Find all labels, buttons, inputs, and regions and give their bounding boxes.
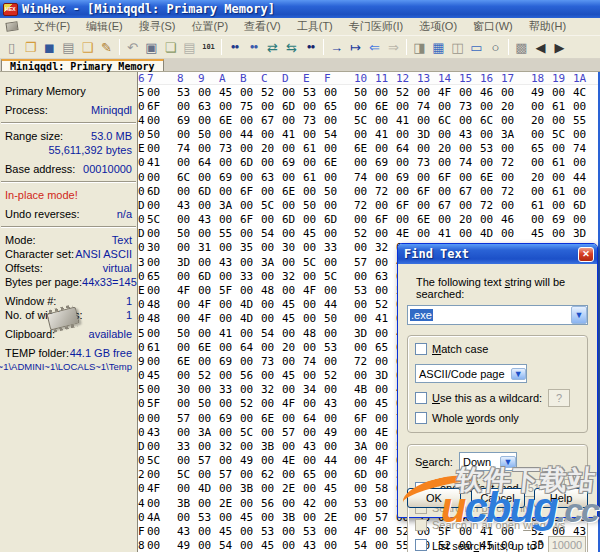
hex-byte[interactable]: 00 — [324, 440, 345, 453]
hex-byte[interactable]: 3A — [261, 256, 282, 269]
hex-byte[interactable]: 6D — [198, 185, 219, 198]
hex-byte[interactable]: 69 — [396, 171, 417, 184]
hex-byte[interactable]: 20 — [459, 213, 480, 226]
hex-byte[interactable]: 73 — [261, 355, 282, 368]
hex-byte[interactable]: 52 — [324, 369, 345, 382]
hex-byte[interactable]: 00 — [198, 327, 219, 340]
cancel-button[interactable]: Cancel — [471, 488, 525, 508]
hex-byte[interactable]: 0 — [138, 511, 147, 524]
whole-words-checkbox-row[interactable]: Whole words only — [415, 412, 580, 424]
menu-item[interactable]: 帮助(H) — [521, 18, 574, 34]
hex-byte[interactable]: 00 — [480, 185, 501, 198]
hex-byte[interactable]: 00 — [324, 412, 345, 425]
hex-byte[interactable]: 00 — [147, 383, 168, 396]
hex-byte[interactable]: 5C — [240, 426, 261, 439]
hex-byte[interactable]: 00 — [147, 412, 168, 425]
back-icon[interactable]: ⇐ — [365, 38, 384, 56]
hex-byte[interactable]: 00 — [219, 213, 240, 226]
hex-byte[interactable]: 00 — [354, 241, 375, 254]
hex-byte[interactable]: 65 — [375, 341, 396, 354]
hex-byte[interactable]: 00 — [261, 213, 282, 226]
menu-item[interactable]: 选项(O) — [411, 18, 465, 34]
hex-byte[interactable]: 63 — [198, 100, 219, 113]
hex-byte[interactable]: 41 — [147, 156, 168, 169]
hex-byte[interactable]: 00 — [219, 156, 240, 169]
hex-byte[interactable]: 6E — [417, 213, 438, 226]
hex-byte[interactable]: 55 — [573, 114, 594, 127]
hex-byte[interactable]: 00 — [303, 213, 324, 226]
properties-icon[interactable]: ❑ — [78, 38, 97, 56]
hex-byte[interactable]: 61 — [552, 100, 573, 113]
hex-byte[interactable]: 57 — [177, 412, 198, 425]
close-icon[interactable]: ✕ — [578, 247, 594, 262]
hex-byte[interactable]: 50 — [324, 312, 345, 325]
hex-byte[interactable]: 00 — [354, 100, 375, 113]
hex-byte[interactable]: 00 — [261, 312, 282, 325]
hex-byte[interactable]: 57 — [375, 511, 396, 524]
hex-byte[interactable]: 4D — [240, 298, 261, 311]
hex-byte[interactable]: 41 — [219, 327, 240, 340]
hex-byte[interactable]: 00 — [147, 525, 168, 538]
hex-byte[interactable]: 6E — [282, 185, 303, 198]
hex-byte[interactable]: 4D — [198, 482, 219, 495]
hex-byte[interactable]: 00 — [240, 227, 261, 240]
hex-byte[interactable]: 72 — [501, 185, 522, 198]
hex-byte[interactable]: 4E — [282, 454, 303, 467]
paste-icon[interactable]: ❏ — [161, 38, 180, 56]
replace-hex-icon[interactable]: ⇆ — [282, 38, 301, 56]
hex-byte[interactable]: 32 — [375, 241, 396, 254]
hex-byte[interactable]: 00 — [219, 511, 240, 524]
hex-byte[interactable]: 63 — [375, 270, 396, 283]
hex-byte[interactable]: 3A — [198, 426, 219, 439]
hex-byte[interactable]: 33 — [240, 270, 261, 283]
hex-byte[interactable]: 00 — [324, 539, 345, 552]
chevron-down-icon[interactable]: ▼ — [571, 306, 587, 324]
hex-byte[interactable]: 65 — [531, 142, 552, 155]
hex-byte[interactable]: 69 — [219, 412, 240, 425]
hex-byte[interactable]: 00 — [198, 497, 219, 510]
hex-byte[interactable]: 00 — [240, 497, 261, 510]
hex-byte[interactable]: 32 — [261, 383, 282, 396]
replace-text-icon[interactable]: ⇄ — [263, 38, 282, 56]
hex-byte[interactable]: 00 — [219, 312, 240, 325]
hex-byte[interactable]: 53 — [354, 284, 375, 297]
hex-byte[interactable]: 00 — [375, 142, 396, 155]
hex-byte[interactable]: 5 — [138, 327, 147, 340]
hex-byte[interactable]: 5C — [177, 468, 198, 481]
hex-byte[interactable]: D — [138, 199, 147, 212]
hex-byte[interactable]: 30 — [147, 241, 168, 254]
hex-byte[interactable]: 00 — [303, 270, 324, 283]
hex-byte[interactable]: 00 — [240, 142, 261, 155]
hex-byte[interactable]: 00 — [375, 114, 396, 127]
hex-byte[interactable]: 45 — [219, 525, 240, 538]
hex-byte[interactable]: 0 — [138, 341, 147, 354]
magnifier-icon[interactable]: ○ — [486, 38, 505, 56]
hex-byte[interactable]: 00 — [552, 227, 573, 240]
hex-byte[interactable]: 00 — [261, 270, 282, 283]
menu-item[interactable]: 查看(V) — [236, 18, 289, 34]
hex-byte[interactable]: 00 — [261, 397, 282, 410]
hex-byte[interactable]: 00 — [261, 100, 282, 113]
hex-byte[interactable]: 74 — [303, 355, 324, 368]
hex-byte[interactable]: 61 — [552, 185, 573, 198]
hex-byte[interactable]: 0 — [138, 185, 147, 198]
hex-byte[interactable]: E — [138, 284, 147, 297]
hex-byte[interactable]: 00 — [219, 241, 240, 254]
hex-byte[interactable]: 64 — [396, 142, 417, 155]
hex-byte[interactable]: 43 — [303, 440, 324, 453]
hex-byte[interactable]: 00 — [219, 454, 240, 467]
hex-byte[interactable]: 33 — [219, 383, 240, 396]
hex-byte[interactable]: 2E — [219, 497, 240, 510]
hex-byte[interactable]: 0 — [138, 426, 147, 439]
hex-byte[interactable]: 00 — [303, 298, 324, 311]
hex-byte[interactable]: 4F — [354, 525, 375, 538]
hex-byte[interactable]: 69 — [219, 171, 240, 184]
edit-folder-icon[interactable]: ✎ — [97, 38, 116, 56]
hex-byte[interactable]: 57 — [198, 454, 219, 467]
hex-byte[interactable]: 00 — [375, 412, 396, 425]
hex-byte[interactable]: 41 — [438, 227, 459, 240]
hex-byte[interactable]: 00 — [324, 284, 345, 297]
hex-byte[interactable]: 4 — [138, 497, 147, 510]
hex-byte[interactable]: 69 — [375, 156, 396, 169]
hex-byte[interactable]: 00 — [324, 227, 345, 240]
